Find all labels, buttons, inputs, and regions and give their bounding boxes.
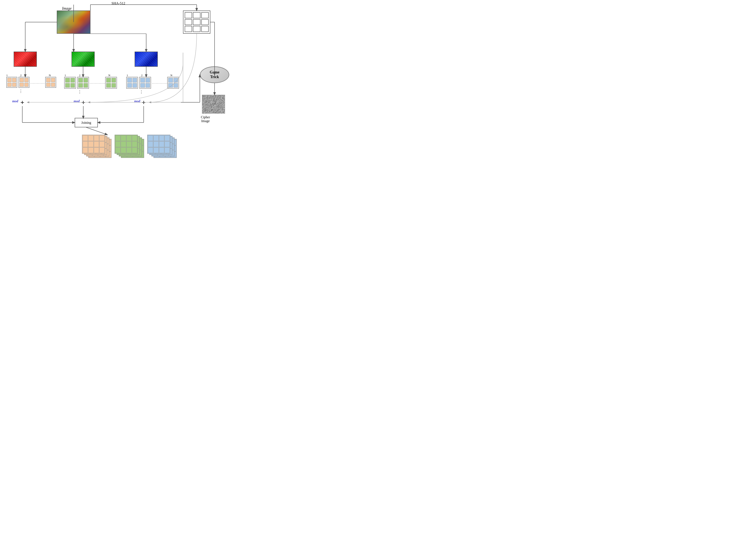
block-cell xyxy=(174,78,178,83)
sc xyxy=(159,135,164,141)
block-cell xyxy=(84,78,88,83)
block-cell xyxy=(7,83,12,87)
sha512-label: SHA-512 xyxy=(111,1,125,5)
sha-cell xyxy=(201,26,209,32)
r-block-label-n: N xyxy=(49,74,51,77)
block-cell xyxy=(140,78,145,83)
mod-label-blue: mod xyxy=(134,99,140,103)
sc xyxy=(94,147,99,153)
sc xyxy=(121,135,126,141)
block-cell xyxy=(78,83,83,88)
cipher-image xyxy=(202,95,225,114)
sc xyxy=(126,135,132,141)
block-cell xyxy=(106,83,111,88)
game-trick-ellipse: GameTrick xyxy=(200,66,229,83)
sc xyxy=(99,135,105,141)
sha-cell xyxy=(185,19,192,25)
block-cell xyxy=(106,78,111,83)
green-block-2 xyxy=(77,77,89,89)
sc xyxy=(165,147,170,153)
plus-red: + xyxy=(18,98,26,106)
sc xyxy=(88,135,93,141)
sc xyxy=(94,141,99,147)
joining-box: Joining xyxy=(75,118,98,127)
sc xyxy=(159,147,164,153)
main-image xyxy=(57,10,90,34)
block-cell xyxy=(168,83,173,88)
block-cell xyxy=(78,78,83,83)
sha-cell xyxy=(201,12,209,18)
sc xyxy=(121,141,126,147)
blue-block-1 xyxy=(126,77,138,89)
mod-label-red: mod xyxy=(12,99,18,103)
svg-line-20 xyxy=(86,127,107,135)
block-cell xyxy=(132,83,137,88)
block-cell xyxy=(127,83,132,88)
sha-cell xyxy=(193,12,200,18)
sha-cell xyxy=(193,26,200,32)
game-trick-label: GameTrick xyxy=(210,70,219,79)
block-cell xyxy=(65,78,70,83)
block-cell xyxy=(140,83,145,88)
sc xyxy=(132,147,137,153)
b-dots: ............ xyxy=(152,81,168,84)
sc xyxy=(153,141,159,147)
green-channel-image xyxy=(72,52,95,67)
sc xyxy=(88,147,93,153)
green-block-1 xyxy=(64,77,76,89)
red-block-n xyxy=(45,77,56,88)
sc xyxy=(148,141,153,147)
sc xyxy=(159,141,164,147)
block-cell xyxy=(174,83,178,88)
g-block-label-1: 1 xyxy=(65,74,66,77)
plus-green: + xyxy=(80,98,87,106)
block-cell xyxy=(168,78,173,83)
sc xyxy=(99,141,105,147)
sha-cell xyxy=(201,19,209,25)
sha-grid xyxy=(183,10,210,34)
sc xyxy=(115,135,120,141)
sc xyxy=(148,147,153,153)
red-block-2 xyxy=(18,77,29,88)
blue-block-n xyxy=(167,77,179,89)
blue-block-2 xyxy=(139,77,151,89)
blue-channel-image xyxy=(134,52,158,67)
sc xyxy=(83,147,88,153)
sc xyxy=(165,135,170,141)
block-cell xyxy=(132,78,137,83)
r-vdots: ⋮ xyxy=(19,89,23,93)
block-cell xyxy=(127,78,132,83)
block-cell xyxy=(12,78,16,82)
block-cell xyxy=(146,83,150,88)
plus-blue: + xyxy=(140,98,148,106)
g-block-label-2: 2 xyxy=(79,74,81,77)
block-cell xyxy=(71,78,75,83)
block-cell xyxy=(111,83,116,88)
b-vdots: ⋮ xyxy=(139,89,143,94)
block-cell xyxy=(46,83,51,87)
sha-cell xyxy=(185,26,192,32)
sha-cell xyxy=(185,12,192,18)
sc xyxy=(121,147,126,153)
block-cell xyxy=(24,83,29,87)
block-cell xyxy=(46,78,51,82)
g-dots: ............ xyxy=(90,81,106,84)
sc xyxy=(153,147,159,153)
block-cell xyxy=(19,78,24,82)
sc xyxy=(126,141,132,147)
sc xyxy=(115,147,120,153)
b-block-label-2: 2 xyxy=(141,74,143,77)
block-cell xyxy=(146,78,150,83)
sc xyxy=(148,135,153,141)
sha-cell xyxy=(193,19,200,25)
sc xyxy=(83,135,88,141)
sc xyxy=(83,141,88,147)
g-block-label-n: N xyxy=(108,74,110,77)
block-cell xyxy=(19,83,24,87)
sc xyxy=(132,141,137,147)
red-block-1 xyxy=(6,77,17,88)
joining-label: Joining xyxy=(81,121,91,125)
block-cell xyxy=(65,83,70,88)
sc xyxy=(132,135,137,141)
mod-label-green: mod xyxy=(74,99,80,103)
